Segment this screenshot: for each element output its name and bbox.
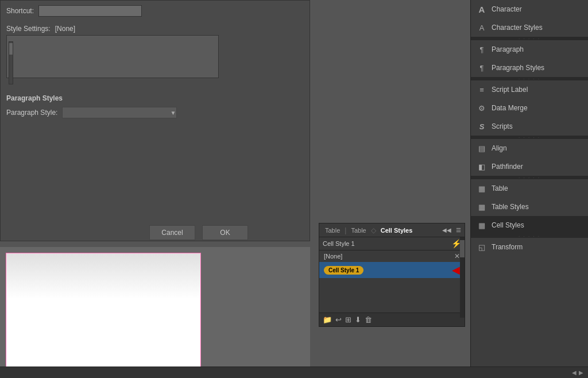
sidebar-item-table-styles[interactable]: ▦ Table Styles — [471, 198, 588, 216]
paragraph-style-label: Paragraph Style: — [6, 109, 57, 117]
paragraph-styles-icon: ¶ — [477, 63, 487, 73]
character-styles-icon: A — [477, 22, 487, 33]
footer-delete-icon[interactable]: 🗑 — [365, 315, 372, 324]
shortcut-input[interactable] — [38, 5, 142, 17]
cell-style-badge: Cell Style 1 — [324, 266, 363, 275]
shortcut-label: Shortcut: — [6, 7, 34, 15]
textarea-scrollbar — [9, 41, 13, 84]
sidebar-item-label-character-styles: Character Styles — [492, 24, 543, 32]
list-empty-space — [319, 278, 465, 313]
align-icon: ▤ — [477, 143, 487, 153]
textarea-scrollbar-thumb — [9, 43, 13, 55]
table-styles-icon: ▦ — [477, 202, 487, 212]
sidebar-item-label-table: Table — [492, 184, 508, 192]
scripts-icon: S — [477, 121, 487, 132]
style-settings-label: Style Settings: — [6, 25, 51, 33]
transform-icon: ◱ — [477, 242, 487, 252]
sidebar-item-table[interactable]: ▦ Table — [471, 179, 588, 198]
character-icon: A — [477, 4, 487, 14]
paragraph-style-select[interactable] — [62, 107, 177, 118]
style-settings-section: Style Settings: [None] — [1, 21, 310, 90]
dialog-panel: Shortcut: Style Settings: [None] Paragra… — [0, 0, 310, 241]
cell-styles-panel: Table | Table ◇ Cell Styles ◀◀ ☰ Cell St… — [319, 223, 465, 327]
paragraph-style-dropdown-wrapper: ▼ — [62, 107, 177, 118]
sidebar-item-label-align: Align — [492, 144, 507, 152]
footer-undo-icon[interactable]: ↩ — [335, 315, 342, 324]
sidebar-item-label-character: Character — [492, 5, 522, 13]
panel-scroll-left-btn[interactable]: ◀◀ — [441, 227, 452, 233]
sidebar-item-label-paragraph-styles: Paragraph Styles — [492, 64, 544, 72]
right-sidebar: A Character A Character Styles · · · · ·… — [470, 0, 588, 378]
panel-title: Cell Style 1 — [323, 240, 355, 247]
dialog-buttons: Cancel OK — [149, 225, 248, 240]
sidebar-item-cell-styles[interactable]: ▦ Cell Styles — [471, 216, 588, 234]
paragraph-icon: ¶ — [477, 44, 487, 55]
sidebar-item-transform[interactable]: ◱ Transform — [471, 238, 588, 256]
pathfinder-icon: ◧ — [477, 161, 487, 172]
list-item-none[interactable]: [None] ✕ — [319, 250, 465, 262]
list-item-none-label: [None] — [324, 253, 342, 260]
panel-title-bar: Cell Style 1 ⚡ — [319, 237, 465, 250]
panel-tab-table2[interactable]: Table — [347, 227, 369, 234]
sidebar-item-label-script-label: Script Label — [492, 86, 528, 94]
footer-folder-icon[interactable]: 📁 — [323, 315, 332, 324]
arrow-left-icon[interactable]: ◀ — [572, 369, 577, 376]
sidebar-item-label-transform: Transform — [492, 243, 523, 251]
list-item-cell-style-1[interactable]: Cell Style 1 ◀ — [319, 262, 465, 278]
sidebar-item-paragraph[interactable]: ¶ Paragraph — [471, 40, 588, 59]
bottom-bar-arrows: ◀ ▶ — [572, 369, 583, 376]
sidebar-item-character-styles[interactable]: A Character Styles — [471, 18, 588, 37]
panel-tab-table1[interactable]: Table — [322, 227, 343, 234]
panel-scrollbar — [460, 237, 465, 318]
sidebar-item-character[interactable]: A Character — [471, 0, 588, 18]
table-icon: ▦ — [477, 183, 487, 194]
sidebar-item-data-merge[interactable]: ⚙ Data Merge — [471, 99, 588, 117]
cancel-button[interactable]: Cancel — [149, 225, 195, 240]
sidebar-item-label-table-styles: Table Styles — [492, 203, 529, 211]
script-label-icon: ≡ — [477, 84, 487, 95]
page-canvas — [6, 253, 201, 368]
sidebar-item-label-cell-styles: Cell Styles — [492, 221, 524, 229]
data-merge-icon: ⚙ — [477, 103, 487, 113]
arrow-right-icon[interactable]: ▶ — [579, 369, 583, 376]
list-item-none-close[interactable]: ✕ — [454, 252, 460, 260]
paragraph-style-row: Paragraph Style: ▼ — [1, 105, 310, 121]
sidebar-item-label-data-merge: Data Merge — [492, 104, 528, 112]
sidebar-item-pathfinder[interactable]: ◧ Pathfinder — [471, 157, 588, 176]
footer-style-icon[interactable]: ⬇ — [355, 315, 361, 324]
canvas-area — [0, 247, 310, 378]
sidebar-item-scripts[interactable]: S Scripts — [471, 117, 588, 136]
panel-footer: 📁 ↩ ⊞ ⬇ 🗑 — [319, 313, 465, 326]
panel-tab-cell-styles[interactable]: Cell Styles — [377, 227, 416, 234]
footer-new-icon[interactable]: ⊞ — [345, 315, 351, 324]
style-settings-header-row: Style Settings: [None] — [6, 25, 304, 35]
panel-list: [None] ✕ Cell Style 1 ◀ — [319, 250, 465, 313]
panel-tab-controls: ◀◀ ☰ — [441, 227, 462, 233]
style-settings-value: [None] — [55, 25, 75, 33]
red-arrow-icon: ◀ — [452, 264, 460, 276]
sidebar-item-label-scripts: Scripts — [492, 122, 513, 130]
paragraph-styles-header: Paragraph Styles — [1, 90, 310, 105]
bottom-bar: ◀ ▶ — [0, 367, 588, 378]
style-settings-textarea — [6, 35, 219, 78]
panel-scrollbar-thumb — [460, 240, 465, 257]
dialog-area: Shortcut: Style Settings: [None] Paragra… — [0, 0, 471, 378]
panel-menu-btn[interactable]: ☰ — [455, 227, 462, 233]
cell-styles-icon: ▦ — [477, 220, 487, 230]
sidebar-item-paragraph-styles[interactable]: ¶ Paragraph Styles — [471, 59, 588, 77]
sidebar-item-label-paragraph: Paragraph — [492, 45, 524, 53]
sidebar-item-align[interactable]: ▤ Align — [471, 139, 588, 157]
ok-button[interactable]: OK — [202, 225, 248, 240]
shortcut-row: Shortcut: — [1, 1, 310, 21]
sidebar-item-script-label[interactable]: ≡ Script Label — [471, 80, 588, 99]
sidebar-item-label-pathfinder: Pathfinder — [492, 163, 523, 171]
panel-tab-bar: Table | Table ◇ Cell Styles ◀◀ ☰ — [319, 223, 465, 237]
